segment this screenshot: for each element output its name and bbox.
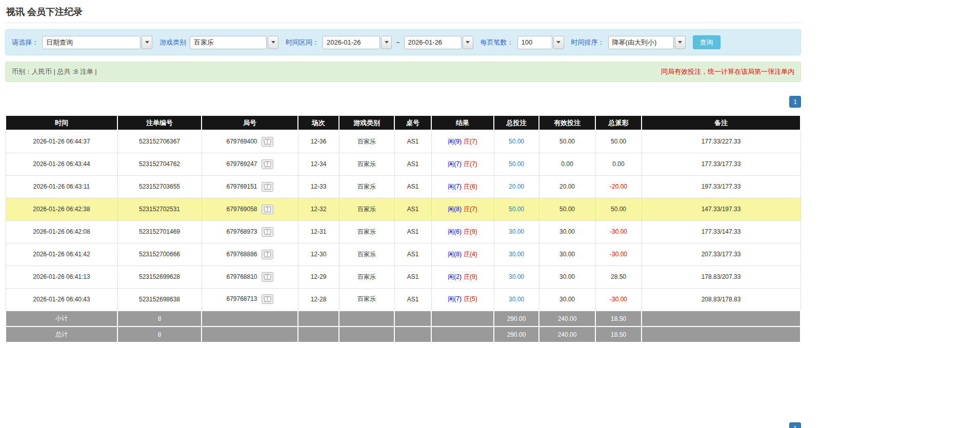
filter-bar: 请选择： 游戏类别 时间区间： ~ 每页笔数： 时间排序：: [5, 29, 801, 55]
game-type: 百家乐: [357, 251, 376, 258]
note-value: 177.33/227.33: [702, 138, 741, 145]
empty-cell: [431, 311, 494, 327]
date-from-input[interactable]: [323, 36, 380, 49]
page-1-button[interactable]: 1: [789, 422, 801, 428]
card-shape: [267, 251, 271, 257]
total-bet-link[interactable]: 50.00: [509, 138, 524, 145]
cell-bet-id: 523152699628: [117, 266, 202, 288]
game-type: 百家乐: [357, 228, 376, 235]
subtotal-count: 8: [117, 311, 202, 327]
betting-records-table: 时间 注单编号 局号 场次 游戏类别 桌号 结果 总投注 有效投注 总派彩 备注…: [5, 115, 801, 343]
table-row[interactable]: 2026-01-26 06:43:44 523152704762 6797692…: [6, 153, 801, 175]
table-no: AS1: [407, 251, 419, 258]
table-row[interactable]: 2026-01-26 06:44:37 523152706367 6797694…: [6, 130, 801, 153]
cell-time: 2026-01-26 06:44:37: [6, 130, 117, 153]
empty-cell: [642, 327, 801, 342]
valid-bet: 30.00: [559, 251, 575, 258]
view-cards-icon[interactable]: [262, 182, 273, 192]
view-cards-icon[interactable]: [262, 227, 273, 237]
table-row[interactable]: 2026-01-26 06:41:42 523152700666 6797688…: [6, 243, 801, 266]
cell-time: 2026-01-26 06:43:11: [6, 175, 117, 198]
table-row[interactable]: 2026-01-26 06:42:38 523152702531 6797690…: [6, 198, 801, 220]
bet-time: 2026-01-26 06:42:08: [33, 228, 90, 235]
total-bet-link[interactable]: 30.00: [509, 251, 524, 258]
session-no: 12-31: [311, 228, 327, 235]
date-from-dropdown-button[interactable]: [381, 36, 392, 49]
cell-session: 12-28: [298, 288, 339, 311]
cell-game-type: 百家乐: [339, 243, 394, 266]
cell-note: 208.83/178.83: [642, 288, 801, 311]
bet-time: 2026-01-26 06:43:44: [33, 160, 90, 168]
view-cards-icon[interactable]: [262, 205, 273, 214]
cell-total-bet: 30.00: [494, 288, 539, 311]
time-sort-label: 时间排序：: [571, 38, 605, 47]
game-type: 百家乐: [357, 206, 376, 213]
session-no: 12-36: [311, 138, 327, 145]
grand-total-valid-bet: 240.00: [539, 327, 595, 342]
table-no: AS1: [407, 138, 419, 145]
time-sort-dropdown-button[interactable]: [675, 36, 686, 49]
bet-id: 523152703655: [139, 183, 180, 190]
date-to-input[interactable]: [404, 36, 462, 49]
cell-valid-bet: 20.00: [539, 175, 595, 198]
cell-result: 闲(7)庄(6): [431, 175, 494, 198]
cell-total-bet: 50.00: [494, 153, 539, 175]
date-to-dropdown-button[interactable]: [463, 36, 473, 49]
query-type-dropdown-button[interactable]: [142, 36, 152, 49]
total-bet-link[interactable]: 50.00: [509, 206, 524, 213]
bet-time: 2026-01-26 06:40:43: [33, 296, 90, 303]
page-1-button[interactable]: 1: [789, 96, 801, 108]
empty-cell: [642, 311, 801, 327]
empty-cell: [394, 327, 431, 342]
card-shape: [267, 206, 271, 212]
cell-valid-bet: 30.00: [539, 220, 595, 243]
round-id: 679768810: [226, 273, 257, 280]
col-header-time: 时间: [6, 115, 117, 130]
round-id: 679768973: [226, 228, 257, 235]
cell-payout: -30.00: [595, 220, 642, 243]
valid-bet: 50.00: [559, 206, 575, 213]
table-no: AS1: [407, 183, 419, 190]
subtotal-valid-bet: 240.00: [539, 311, 595, 327]
page-size-dropdown-button[interactable]: [553, 36, 564, 49]
query-type-input[interactable]: [42, 36, 141, 49]
search-button[interactable]: 查询: [693, 35, 721, 49]
col-header-note: 备注: [642, 115, 801, 130]
result-banker: 庄(4): [464, 251, 477, 258]
total-bet-link[interactable]: 20.00: [509, 183, 524, 190]
payout-amount: 0.00: [612, 160, 624, 168]
time-sort-input[interactable]: [608, 36, 674, 49]
caret-down-icon: [556, 41, 561, 44]
cell-round-id: 679768810: [202, 266, 298, 288]
view-cards-icon[interactable]: [262, 272, 273, 282]
cell-result: 闲(6)庄(9): [431, 220, 494, 243]
page-size-label: 每页笔数：: [481, 38, 514, 47]
total-bet-link[interactable]: 50.00: [509, 160, 524, 168]
total-bet-link[interactable]: 30.00: [509, 228, 524, 235]
view-cards-icon[interactable]: [262, 137, 273, 147]
table-row[interactable]: 2026-01-26 06:42:08 523152701469 6797689…: [6, 220, 801, 243]
cell-time: 2026-01-26 06:42:38: [6, 198, 117, 220]
game-type-input[interactable]: [190, 36, 267, 49]
table-row[interactable]: 2026-01-26 06:40:43 523152698638 6797687…: [6, 288, 801, 311]
game-type-dropdown-button[interactable]: [268, 36, 278, 49]
result-banker: 庄(9): [464, 273, 477, 280]
cell-note: 178.83/207.33: [642, 266, 801, 288]
view-cards-icon[interactable]: [262, 250, 273, 259]
table-row[interactable]: 2026-01-26 06:43:11 523152703655 6797691…: [6, 175, 801, 198]
game-type: 百家乐: [357, 138, 376, 145]
page-size-input[interactable]: [517, 36, 552, 49]
total-bet-link[interactable]: 30.00: [509, 296, 524, 303]
game-type: 百家乐: [357, 160, 376, 168]
bet-id: 523152698638: [139, 296, 180, 303]
valid-bet: 20.00: [559, 183, 575, 190]
cell-round-id: 679769058: [202, 198, 298, 220]
view-cards-icon[interactable]: [262, 159, 273, 169]
total-bet-link[interactable]: 30.00: [509, 273, 524, 280]
table-row[interactable]: 2026-01-26 06:41:13 523152699628 6797688…: [6, 266, 801, 288]
session-no: 12-32: [311, 206, 327, 213]
cell-time: 2026-01-26 06:40:43: [6, 288, 117, 311]
card-shape: [267, 296, 271, 302]
view-cards-icon[interactable]: [262, 294, 273, 304]
query-type-combobox: [42, 36, 152, 49]
